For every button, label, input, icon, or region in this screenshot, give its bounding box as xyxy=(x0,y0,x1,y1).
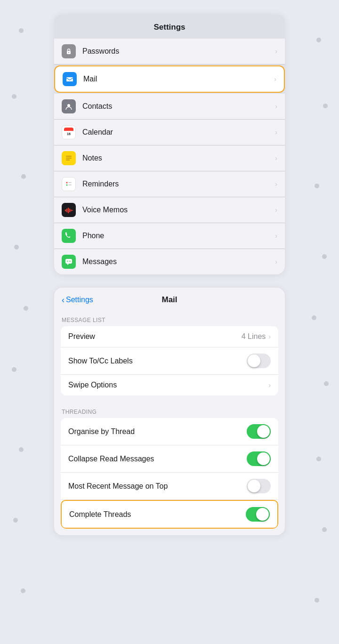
show-tocc-label: Show To/Cc Labels xyxy=(68,357,247,365)
complete-threads-label: Complete Threads xyxy=(69,510,246,519)
collapse-read-toggle[interactable] xyxy=(247,451,271,466)
collapse-read-label: Collapse Read Messages xyxy=(68,455,247,463)
mail-nav-bar: ‹ Settings Mail xyxy=(54,288,285,310)
notes-icon xyxy=(62,151,76,165)
svg-rect-21 xyxy=(65,209,66,211)
settings-card-title: Settings xyxy=(54,14,285,39)
reminders-chevron: › xyxy=(275,180,277,188)
svg-rect-26 xyxy=(72,210,73,211)
mail-icon xyxy=(63,72,77,86)
svg-rect-29 xyxy=(65,259,72,264)
swipe-options-label: Swipe Options xyxy=(68,381,268,389)
back-button[interactable]: ‹ Settings xyxy=(62,295,93,305)
messages-icon xyxy=(62,255,76,269)
messages-chevron: › xyxy=(275,258,277,266)
svg-rect-12 xyxy=(66,156,72,157)
svg-point-16 xyxy=(66,182,68,184)
toggle-knob xyxy=(257,452,270,465)
voicememos-chevron: › xyxy=(275,206,277,214)
most-recent-top-row[interactable]: Most Recent Message on Top xyxy=(61,473,278,500)
settings-row-reminders[interactable]: Reminders › xyxy=(54,171,285,197)
most-recent-top-toggle[interactable] xyxy=(247,479,271,493)
settings-row-mail[interactable]: Mail › xyxy=(54,65,285,93)
settings-row-messages[interactable]: Messages › xyxy=(54,249,285,274)
organise-by-thread-label: Organise by Thread xyxy=(68,427,247,436)
show-tocc-row[interactable]: Show To/Cc Labels xyxy=(61,347,278,375)
settings-row-notes[interactable]: Notes › xyxy=(54,145,285,171)
svg-rect-19 xyxy=(68,185,72,185)
phone-chevron: › xyxy=(275,232,277,240)
voicememos-icon xyxy=(62,203,76,217)
svg-rect-22 xyxy=(66,209,67,212)
notes-label: Notes xyxy=(82,154,275,162)
swipe-options-row[interactable]: Swipe Options › xyxy=(61,375,278,395)
passwords-chevron: › xyxy=(275,48,277,55)
organise-by-thread-row[interactable]: Organise by Thread xyxy=(61,418,278,445)
passwords-icon xyxy=(62,44,76,58)
passwords-label: Passwords xyxy=(82,47,275,56)
svg-rect-9 xyxy=(64,129,73,131)
phone-label: Phone xyxy=(82,232,275,240)
toggle-knob xyxy=(248,354,260,367)
svg-rect-15 xyxy=(64,179,73,189)
preview-label: Preview xyxy=(68,332,242,341)
svg-rect-23 xyxy=(68,208,69,213)
settings-list: Passwords › Mail › xyxy=(54,39,285,274)
collapse-read-row[interactable]: Collapse Read Messages xyxy=(61,445,278,473)
svg-rect-31 xyxy=(69,261,71,262)
svg-rect-18 xyxy=(68,182,72,183)
svg-rect-25 xyxy=(71,209,72,211)
preview-row[interactable]: Preview 4 Lines › xyxy=(61,326,278,347)
mail-chevron: › xyxy=(274,75,276,83)
voicememos-label: Voice Memos xyxy=(82,206,275,214)
show-tocc-toggle[interactable] xyxy=(247,354,271,368)
toggle-knob xyxy=(248,480,260,492)
contacts-label: Contacts xyxy=(82,102,275,111)
reminders-label: Reminders xyxy=(82,180,275,188)
complete-threads-row[interactable]: Complete Threads xyxy=(61,500,278,529)
threading-section-group: Organise by Thread Collapse Read Message… xyxy=(61,418,278,529)
preview-chevron-icon: › xyxy=(268,333,271,340)
notes-chevron: › xyxy=(275,154,277,162)
toggle-knob xyxy=(257,425,270,438)
calendar-icon: 16 xyxy=(62,125,76,139)
threading-section-header: THREADING xyxy=(54,402,285,418)
mail-label: Mail xyxy=(83,75,274,83)
swipe-options-chevron-icon: › xyxy=(268,381,271,389)
svg-rect-24 xyxy=(69,209,70,212)
svg-text:16: 16 xyxy=(67,132,71,136)
svg-rect-30 xyxy=(67,261,68,262)
phone-icon xyxy=(62,229,76,243)
svg-rect-4 xyxy=(66,77,73,81)
message-list-section-header: MESSAGE LIST xyxy=(54,310,285,326)
organise-by-thread-toggle[interactable] xyxy=(247,424,271,439)
contacts-icon xyxy=(62,99,76,113)
settings-row-voicememos[interactable]: Voice Memos › xyxy=(54,197,285,223)
svg-point-17 xyxy=(66,185,68,186)
svg-rect-27 xyxy=(64,231,73,241)
settings-row-passwords[interactable]: Passwords › xyxy=(54,39,285,64)
complete-threads-toggle[interactable] xyxy=(246,507,270,522)
settings-row-contacts[interactable]: Contacts › xyxy=(54,94,285,120)
contacts-chevron: › xyxy=(275,103,277,110)
calendar-chevron: › xyxy=(275,129,277,136)
calendar-label: Calendar xyxy=(82,128,275,137)
svg-rect-13 xyxy=(66,158,72,159)
svg-point-2 xyxy=(68,52,69,53)
message-list-section-group: Preview 4 Lines › Show To/Cc Labels Swip… xyxy=(61,326,278,395)
toggle-knob xyxy=(256,508,269,521)
messages-label: Messages xyxy=(82,258,275,266)
svg-rect-14 xyxy=(66,160,70,161)
reminders-icon xyxy=(62,177,76,191)
mail-nav-title: Mail xyxy=(161,295,177,305)
settings-card: Settings Passwords › xyxy=(54,14,285,274)
back-chevron-icon: ‹ xyxy=(62,295,65,305)
most-recent-top-label: Most Recent Message on Top xyxy=(68,482,247,491)
preview-value: 4 Lines xyxy=(242,332,266,341)
svg-point-6 xyxy=(67,104,70,107)
settings-row-calendar[interactable]: 16 Calendar › xyxy=(54,120,285,145)
settings-row-phone[interactable]: Phone › xyxy=(54,223,285,249)
mail-settings-card: ‹ Settings Mail MESSAGE LIST Preview 4 L… xyxy=(54,288,285,535)
back-label: Settings xyxy=(66,296,93,304)
